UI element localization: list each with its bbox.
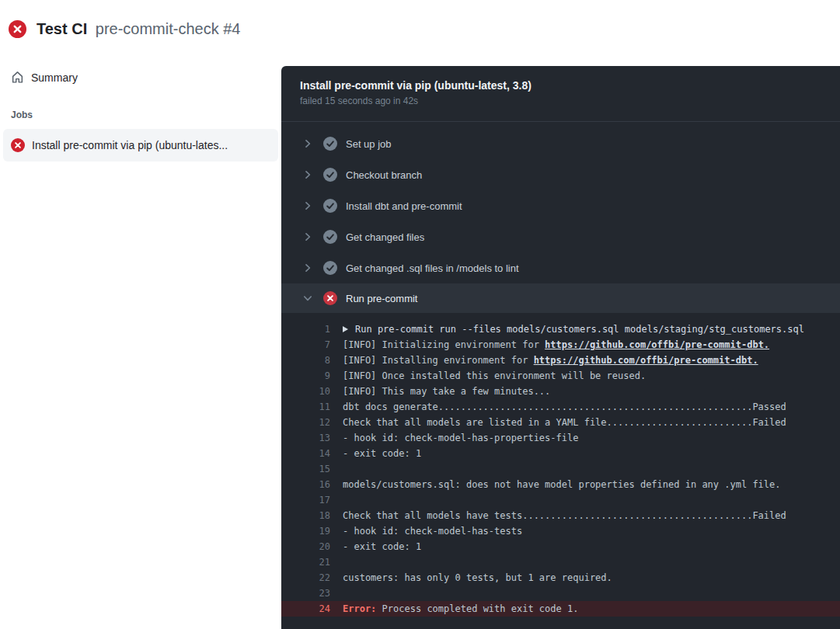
summary-label: Summary [31, 71, 78, 84]
job-status-line: failed 15 seconds ago in 42s [300, 96, 821, 106]
log-line-text: [INFO] This may take a few minutes... [343, 384, 550, 399]
log-line-number[interactable]: 22 [281, 570, 330, 586]
chevron-down-icon [301, 292, 314, 304]
log-line: 23 [281, 586, 840, 601]
step-success-icon [323, 199, 337, 213]
log-line-text: [INFO] Initializing environment for http… [343, 337, 769, 353]
log-link[interactable]: https://github.com/offbi/pre-commit-dbt. [545, 339, 769, 350]
run-header: Test CI pre-commit-check #4 [9, 20, 240, 38]
log-line-number[interactable]: 19 [281, 523, 330, 539]
log-line-number[interactable]: 13 [281, 430, 330, 446]
chevron-right-icon [301, 262, 314, 274]
log-line-text: Check that all models are listed in a YA… [343, 415, 786, 430]
log-line-number[interactable]: 10 [281, 384, 330, 399]
log-line: 14- exit code: 1 [281, 446, 840, 461]
step-get-changed-files[interactable]: Get changed files [281, 221, 840, 252]
log-line-text: [INFO] Once installed this environment w… [343, 368, 646, 384]
log-line: 20- exit code: 1 [281, 539, 840, 554]
error-label: Error: [343, 603, 376, 614]
step-label: Get changed .sql files in /models to lin… [346, 262, 519, 274]
log-line-text: dbt docs generate.......................… [343, 399, 786, 415]
step-success-icon [323, 230, 337, 244]
step-get-changed-sql-files-in-models-to-lint[interactable]: Get changed .sql files in /models to lin… [281, 252, 840, 283]
log-line-text: - exit code: 1 [343, 446, 421, 461]
log-line-number[interactable]: 11 [281, 399, 330, 415]
log-line-text: Check that all models have tests........… [343, 508, 786, 523]
log-line-text: - hook id: check-model-has-tests [343, 523, 522, 539]
log-line: 21 [281, 554, 840, 570]
log-line-number[interactable]: 17 [281, 492, 330, 508]
log-line-number[interactable]: 8 [281, 353, 330, 368]
log-line-number[interactable]: 7 [281, 337, 330, 353]
log-line-text: [INFO] Installing environment for https:… [343, 353, 758, 368]
log-line: 24Error: Process completed with exit cod… [281, 601, 840, 617]
home-icon [11, 71, 24, 84]
log-line: 8[INFO] Installing environment for https… [281, 353, 840, 368]
log-line-text: Error: Process completed with exit code … [343, 601, 578, 617]
step-label: Checkout branch [346, 169, 422, 181]
log-line: 11dbt docs generate.....................… [281, 399, 840, 415]
log-line-number[interactable]: 16 [281, 477, 330, 492]
log-area: 1Run pre-commit run --files models/custo… [281, 313, 840, 629]
step-checkout-branch[interactable]: Checkout branch [281, 159, 840, 190]
log-line: 7[INFO] Initializing environment for htt… [281, 337, 840, 353]
step-failed-icon [323, 291, 337, 305]
log-line-number[interactable]: 12 [281, 415, 330, 430]
log-line-text: Run pre-commit run --files models/custom… [343, 321, 804, 337]
log-line: 10[INFO] This may take a few minutes... [281, 384, 840, 399]
step-success-icon [323, 137, 337, 151]
job-label: Install pre-commit via pip (ubuntu-lates… [32, 139, 228, 151]
log-line-text: customers: has only 0 tests, but 1 are r… [343, 570, 612, 586]
step-success-icon [323, 168, 337, 182]
log-line-text: - exit code: 1 [343, 539, 421, 554]
log-line: 12Check that all models are listed in a … [281, 415, 840, 430]
step-set-up-job[interactable]: Set up job [281, 128, 840, 159]
jobs-heading: Jobs [0, 109, 281, 120]
log-line-text: models/customers.sql: does not have mode… [343, 477, 781, 492]
job-title: Install pre-commit via pip (ubuntu-lates… [300, 79, 821, 92]
step-run-pre-commit[interactable]: Run pre-commit [281, 283, 840, 313]
chevron-right-icon [301, 200, 314, 212]
step-success-icon [323, 261, 337, 275]
job-log-panel: Install pre-commit via pip (ubuntu-lates… [281, 66, 840, 629]
log-line: 9[INFO] Once installed this environment … [281, 368, 840, 384]
log-line-number[interactable]: 21 [281, 554, 330, 570]
log-line: 13- hook id: check-model-has-properties-… [281, 430, 840, 446]
chevron-right-icon [301, 137, 314, 150]
log-line: 15 [281, 461, 840, 477]
run-title: Test CI pre-commit-check #4 [37, 20, 240, 38]
log-line-number[interactable]: 14 [281, 446, 330, 461]
log-line-number[interactable]: 9 [281, 368, 330, 384]
log-line: 17 [281, 492, 840, 508]
log-line: 1Run pre-commit run --files models/custo… [281, 321, 840, 337]
run-name: pre-commit-check #4 [96, 20, 241, 37]
log-line-number[interactable]: 23 [281, 586, 330, 601]
step-label: Run pre-commit [346, 293, 417, 304]
log-line-number[interactable]: 24 [281, 601, 330, 617]
log-line-number[interactable]: 15 [281, 461, 330, 477]
run-failed-icon [9, 20, 26, 38]
expand-group-triangle-icon[interactable] [343, 326, 348, 332]
step-label: Install dbt and pre-commit [346, 200, 462, 212]
sidebar-job-install-pre-commit[interactable]: Install pre-commit via pip (ubuntu-lates… [3, 129, 278, 162]
job-failed-icon [11, 138, 25, 152]
sidebar: Summary Jobs Install pre-commit via pip … [0, 66, 281, 162]
step-label: Get changed files [346, 231, 424, 243]
step-install-dbt-and-pre-commit[interactable]: Install dbt and pre-commit [281, 190, 840, 221]
log-link[interactable]: https://github.com/offbi/pre-commit-dbt. [534, 355, 758, 366]
steps-list: Set up jobCheckout branchInstall dbt and… [281, 122, 840, 313]
log-line: 16models/customers.sql: does not have mo… [281, 477, 840, 492]
log-line-text: - hook id: check-model-has-properties-fi… [343, 430, 578, 446]
log-line-number[interactable]: 18 [281, 508, 330, 523]
workflow-name: Test CI [37, 20, 87, 37]
log-line-number[interactable]: 20 [281, 539, 330, 554]
log-line-number[interactable]: 1 [281, 321, 330, 337]
chevron-right-icon [301, 169, 314, 181]
job-panel-header: Install pre-commit via pip (ubuntu-lates… [281, 66, 840, 122]
sidebar-item-summary[interactable]: Summary [0, 66, 281, 89]
step-label: Set up job [346, 138, 392, 150]
log-line: 22customers: has only 0 tests, but 1 are… [281, 570, 840, 586]
log-line: 19- hook id: check-model-has-tests [281, 523, 840, 539]
log-line: 18Check that all models have tests......… [281, 508, 840, 523]
chevron-right-icon [301, 231, 314, 243]
